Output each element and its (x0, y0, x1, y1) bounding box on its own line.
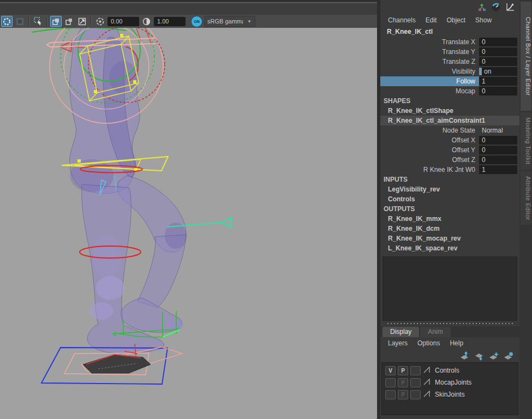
gauge-icon[interactable] (491, 2, 501, 12)
attribute-label-area[interactable]: Translate Z (380, 57, 479, 67)
color-wheel-icon[interactable] (1, 16, 13, 27)
marquee-select-icon[interactable] (32, 16, 44, 27)
attribute-row: Translate Z0 (380, 57, 519, 67)
visibility-toggle[interactable]: V (385, 390, 396, 399)
tab-display[interactable]: Display (382, 327, 419, 337)
color-toggle[interactable] (410, 390, 421, 399)
attribute-label-area[interactable]: Visibility (380, 67, 479, 76)
attribute-label: Offset Z (380, 156, 479, 164)
channel-box-menubar: ChannelsEditObjectShow (380, 14, 519, 26)
viewport-3d[interactable]: 0.00 1.00 ON sRGB gamma ▾ (0, 0, 377, 419)
inputs-header: INPUTS (380, 175, 519, 184)
layer-move-down-icon[interactable] (474, 351, 485, 361)
layer-add-selected-icon[interactable] (503, 351, 514, 361)
attribute-label: Translate Y (380, 48, 479, 56)
attribute-label: Offset Y (380, 146, 479, 154)
visibility-toggle[interactable]: V (385, 366, 396, 375)
layer-name: SkinJoints (434, 391, 465, 398)
attribute-label-area[interactable]: Offset X (380, 135, 479, 145)
attribute-label-area[interactable]: Offset Z (380, 155, 479, 165)
playback-toggle[interactable]: P (398, 366, 408, 375)
input-node-item[interactable]: LegVisibility_rev (380, 184, 519, 194)
menu-edit[interactable]: Edit (426, 16, 437, 24)
channel-box-empty-area (382, 256, 517, 321)
input-node-item[interactable]: Controls (380, 194, 519, 204)
shape-item[interactable]: R_Knee_IK_ctl_aimConstraint1 (380, 116, 519, 125)
viewport-title-strip (0, 0, 377, 15)
attribute-label-area[interactable]: Translate X (380, 37, 479, 47)
tab-anim[interactable]: Anim (420, 327, 450, 337)
menu-help[interactable]: Help (450, 339, 463, 347)
overlap-squares-alt-icon[interactable] (63, 16, 75, 27)
outputs-header: OUTPUTS (380, 204, 519, 214)
layer-add-icon[interactable] (488, 351, 499, 361)
menu-channels[interactable]: Channels (388, 16, 416, 24)
visibility-toggle[interactable]: V (385, 378, 396, 387)
constraint-attribute-list: Node StateNormalOffset X0Offset Y0Offset… (380, 125, 519, 175)
attribute-label-area[interactable]: Follow (380, 76, 479, 86)
attribute-label-area[interactable]: R Knee IK Jnt W0 (380, 165, 479, 175)
color-toggle[interactable] (410, 366, 421, 375)
exposure-icon[interactable] (94, 16, 106, 27)
attribute-value-field[interactable]: 0 (479, 87, 517, 95)
view-transform-dropdown[interactable]: sRGB gamma ▾ (204, 16, 255, 27)
contrast-icon[interactable] (141, 16, 152, 27)
graph-icon[interactable] (505, 2, 515, 12)
shapes-header: SHAPES (380, 96, 519, 106)
attribute-value-field[interactable]: 0 (479, 146, 517, 154)
attribute-label: Follow (380, 77, 479, 85)
layer-list: VP ControlsVP MocapJointsVP SkinJoints (381, 362, 518, 415)
playback-toggle[interactable]: P (398, 378, 408, 387)
menu-object[interactable]: Object (446, 16, 465, 24)
attribute-value-field[interactable]: 1 (479, 77, 517, 86)
color-toggle[interactable] (410, 378, 421, 387)
layer-row[interactable]: VP SkinJoints (382, 388, 518, 400)
attribute-value-field[interactable]: 0 (479, 155, 517, 164)
viewport-toolbar: 0.00 1.00 ON sRGB gamma ▾ (0, 15, 377, 28)
attribute-row: Offset X0 (380, 135, 519, 145)
attribute-label-area[interactable]: Node State (380, 125, 479, 135)
output-node-item[interactable]: R_Knee_IK_dcm (380, 224, 519, 234)
attribute-row: Mocap0 (380, 86, 519, 96)
textured-square-icon[interactable] (14, 16, 26, 27)
attribute-value-field[interactable]: 0 (479, 38, 517, 46)
attribute-value-field[interactable]: 1 (479, 165, 517, 174)
output-node-item[interactable]: R_Knee_IK_mocap_rev (380, 234, 519, 243)
on-toggle[interactable]: ON (191, 16, 202, 27)
side-tab-modeling-toolkit[interactable]: Modeling Toolkit (521, 112, 531, 170)
overlap-squares-icon[interactable] (50, 16, 62, 27)
shape-item[interactable]: R_Knee_IK_ctlShape (380, 106, 519, 116)
hierarchy-icon[interactable] (477, 2, 487, 12)
square-arrow-icon[interactable] (76, 16, 88, 27)
attribute-value-field[interactable]: on (479, 67, 517, 76)
exposure-field[interactable]: 0.00 (107, 17, 139, 26)
layer-row[interactable]: VP MocapJoints (382, 376, 518, 388)
view-transform-value: sRGB gamma (205, 18, 243, 25)
attribute-label-area[interactable]: Offset Y (380, 145, 479, 155)
attribute-label-area[interactable]: Translate Y (380, 47, 479, 57)
attribute-value: Normal (479, 126, 517, 135)
menu-options[interactable]: Options (417, 339, 440, 347)
layer-move-up-icon[interactable] (459, 351, 470, 361)
output-node-item[interactable]: R_Knee_IK_mmx (380, 214, 519, 224)
menu-layers[interactable]: Layers (388, 339, 408, 347)
layer-editor-menubar: LayersOptionsHelp (380, 337, 519, 349)
attribute-value-field[interactable]: 0 (479, 47, 517, 56)
side-tab-attribute-editor[interactable]: Attribute Editor (521, 171, 531, 225)
node-name[interactable]: R_Knee_IK_ctl (380, 26, 519, 37)
scene-canvas[interactable] (0, 0, 377, 419)
playback-toggle[interactable]: P (398, 390, 408, 399)
attribute-value-field[interactable]: 0 (479, 57, 517, 66)
output-node-item[interactable]: L_Knee_IK_space_rev (380, 243, 519, 253)
inputs-list: LegVisibility_revControls (380, 184, 519, 204)
panel-splitter[interactable] (380, 321, 519, 326)
layer-row[interactable]: VP Controls (382, 364, 518, 376)
side-tab-channel-box-layer-editor[interactable]: Channel Box / Layer Editor (521, 2, 531, 111)
layer-editor-tabs: DisplayAnim (380, 326, 519, 337)
shape-list: R_Knee_IK_ctlShapeR_Knee_IK_ctl_aimConst… (380, 106, 519, 125)
attribute-row: Offset Z0 (380, 155, 519, 165)
menu-show[interactable]: Show (475, 16, 492, 24)
gamma-field[interactable]: 1.00 (154, 17, 186, 26)
attribute-value-field[interactable]: 0 (479, 136, 517, 145)
attribute-label-area[interactable]: Mocap (380, 86, 479, 96)
